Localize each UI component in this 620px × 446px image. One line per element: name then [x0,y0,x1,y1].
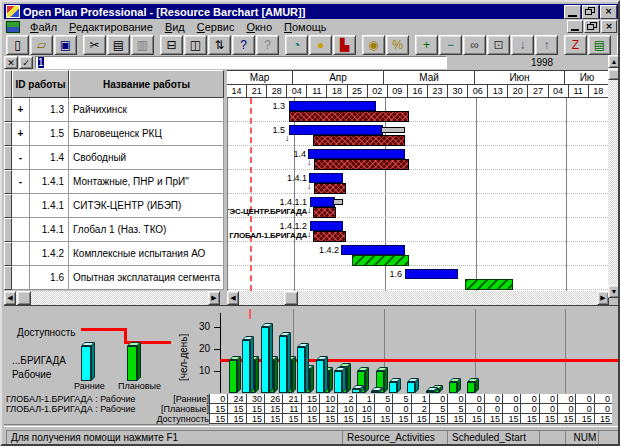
activity-id-cell[interactable]: 1.3 [30,98,69,122]
time-analysis-clock-button[interactable]: ◔ [285,35,308,55]
print-preview-button[interactable]: ◫ [184,35,207,55]
expand-collapse-cell[interactable] [12,266,30,290]
scheduled-bar[interactable] [465,279,513,290]
print-button[interactable]: ⊟ [160,35,183,55]
scroll-thumb[interactable] [608,69,620,80]
table-horizontal-scrollbar[interactable]: ◀▶ [4,291,220,305]
copy-button[interactable]: ▤ [107,35,130,55]
close-button[interactable]: × [600,5,617,19]
scroll-thumb[interactable] [17,291,31,305]
confirm-edit-button[interactable]: ✓ [19,56,33,69]
scroll-right-button[interactable]: ▶ [208,291,220,305]
baseline-bar[interactable] [313,207,336,218]
column-header-id[interactable]: ID работы [12,70,69,98]
help-button[interactable]: ? [232,35,255,55]
child-restore-button[interactable] [584,20,600,33]
float-bar[interactable] [333,199,343,205]
column-header-name[interactable]: Название работы [69,70,224,98]
table-row[interactable]: 1.6Опытная эксплатация сегмента [4,266,224,290]
new-file-button[interactable]: ▯ [6,35,29,55]
activity-name-cell[interactable]: Свободный [69,146,224,170]
table-row[interactable]: 1.4.1СИТЭК-ЦЕНТР (ИБЭП) [4,194,224,218]
baseline-bar[interactable] [313,135,405,146]
row-selector[interactable] [4,242,12,266]
activity-id-cell[interactable]: 1.4.1 [30,218,69,242]
gantt-vertical-scrollbar[interactable]: ▲▼ [608,55,620,298]
restore-button[interactable] [582,5,599,19]
baseline-bar[interactable] [313,231,346,242]
table-row[interactable]: 1.4.2Комплексные испытания АО [4,242,224,266]
child-close-button[interactable]: × [601,20,617,33]
activity-name-cell[interactable]: Глобал 1 (Наз. ТКО) [69,218,224,242]
row-selector[interactable] [4,98,12,122]
menu-item-файл[interactable]: Файл [24,20,63,34]
early-bar[interactable] [289,125,383,135]
scheduled-bar[interactable] [352,255,409,266]
screen-views-button[interactable]: ▤ [588,35,611,55]
row-selector[interactable] [4,122,12,146]
zigzag-view-button[interactable]: Z [564,35,587,55]
move-down-button[interactable]: ↓ [511,35,534,55]
percent-complete-button[interactable]: % [386,35,409,55]
expand-collapse-cell[interactable] [12,218,30,242]
activity-name-cell[interactable]: Комплексные испытания АО [69,242,224,266]
row-selector[interactable] [4,146,12,170]
move-up-button[interactable]: ↑ [535,35,558,55]
baseline-bar[interactable] [314,183,346,194]
document-icon[interactable] [6,21,20,33]
menu-item-окно[interactable]: Окно [240,20,278,34]
menu-item-сервис[interactable]: Сервис [191,20,241,34]
link-activities-button[interactable]: ∞ [463,35,486,55]
early-bar[interactable] [308,149,405,159]
row-selector[interactable] [4,266,12,290]
activity-id-cell[interactable]: 1.4.1 [30,170,69,194]
early-bar[interactable] [289,101,376,111]
baseline-bar[interactable] [289,111,409,122]
table-row[interactable]: 1.4.1Глобал 1 (Наз. ТКО) [4,218,224,242]
expand-collapse-cell[interactable]: + [12,98,30,122]
cancel-edit-button[interactable]: ✕ [4,56,18,69]
early-bar[interactable] [405,269,458,279]
cut-button[interactable]: ✂ [83,35,106,55]
child-minimize-button[interactable] [567,20,583,33]
activity-name-cell[interactable]: Райчихинск [69,98,224,122]
scroll-thumb[interactable] [284,291,298,305]
scroll-down-button[interactable]: ▼ [608,285,620,298]
expand-collapse-cell[interactable] [12,194,30,218]
scroll-left-button[interactable]: ◀ [4,291,16,305]
menu-item-помощь[interactable]: Помощь [278,20,333,34]
menu-item-вид[interactable]: Вид [159,20,191,34]
menu-item-редактирование[interactable]: Редактирование [63,20,159,34]
delete-activity-button[interactable]: − [439,35,462,55]
activity-name-cell[interactable]: СИТЭК-ЦЕНТР (ИБЭП) [69,194,224,218]
early-bar[interactable] [309,173,343,183]
activity-id-cell[interactable]: 1.4 [30,146,69,170]
activity-id-cell[interactable]: 1.5 [30,122,69,146]
activity-id-cell[interactable]: 1.4.2 [30,242,69,266]
expand-collapse-cell[interactable]: + [12,122,30,146]
activity-id-cell[interactable]: 1.4.1 [30,194,69,218]
expand-collapse-cell[interactable]: - [12,170,30,194]
formula-input[interactable]: 1 [35,56,447,69]
row-selector[interactable] [4,194,12,218]
scroll-left-button[interactable]: ◀ [227,291,239,305]
baseline-bar[interactable] [314,159,409,170]
expand-collapse-cell[interactable] [12,242,30,266]
gantt-horizontal-scrollbar[interactable]: ◀▶ [227,291,609,305]
activity-id-cell[interactable]: 1.6 [30,266,69,290]
row-selector[interactable] [4,218,12,242]
table-row[interactable]: +1.5Благовещенск РКЦ [4,122,224,146]
make-subproject-button[interactable]: ⊡ [487,35,510,55]
budget-coin-button[interactable]: ◉ [362,35,385,55]
table-row[interactable]: -1.4Свободный [4,146,224,170]
table-row[interactable]: +1.3Райчихинск [4,98,224,122]
cost-histogram-button[interactable]: ▙ [333,35,356,55]
early-bar[interactable] [341,245,405,255]
activity-name-cell[interactable]: Опытная эксплатация сегмента [69,266,224,290]
activity-name-cell[interactable]: Благовещенск РКЦ [69,122,224,146]
scroll-up-button[interactable]: ▲ [608,55,620,68]
early-bar[interactable] [310,221,343,231]
early-bar[interactable] [310,197,335,207]
table-row[interactable]: -1.4.1Монтажные, ПНР и ПрИ" [4,170,224,194]
row-selector[interactable] [4,170,12,194]
